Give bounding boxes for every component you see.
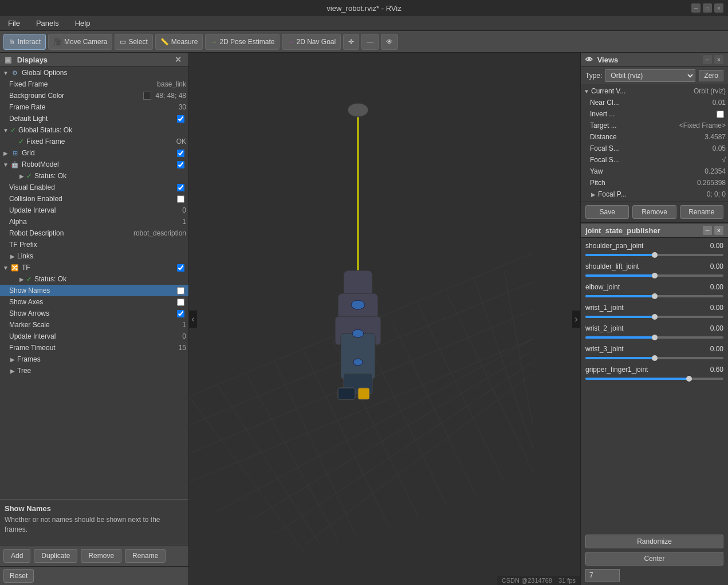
robot-status-row[interactable]: ▶ ✓ Status: Ok bbox=[0, 170, 188, 182]
links-row[interactable]: ▶ Links bbox=[0, 250, 188, 262]
alpha-row[interactable]: Alpha 1 bbox=[0, 216, 188, 227]
update-interval-row[interactable]: Update Interval 0 bbox=[0, 205, 188, 216]
viewport[interactable]: ‹ › bbox=[189, 53, 580, 585]
tf-checkbox[interactable] bbox=[177, 264, 184, 272]
pose-estimate-button[interactable]: → 2D Pose Estimate bbox=[205, 34, 280, 50]
grid-row[interactable]: ▶ ⊞ Grid bbox=[0, 147, 188, 159]
focal-s1-row[interactable]: Focal S... 0.05 bbox=[581, 143, 728, 154]
show-axes-row[interactable]: Show Axes bbox=[0, 296, 188, 308]
current-view-row[interactable]: ▼ Current V... Orbit (rviz) bbox=[581, 85, 728, 97]
menu-panels[interactable]: Panels bbox=[33, 18, 62, 29]
randomize-button[interactable]: Randomize bbox=[585, 535, 723, 548]
tf-row[interactable]: ▼ 🔀 TF bbox=[0, 262, 188, 273]
default-light-row[interactable]: Default Light bbox=[0, 113, 188, 124]
target-row[interactable]: Target ... <Fixed Frame> bbox=[581, 120, 728, 131]
global-status-fixed-frame-row[interactable]: ✓ Fixed Frame OK bbox=[0, 136, 188, 147]
joint-slider-container-0[interactable] bbox=[585, 251, 723, 259]
viewport-arrow-left[interactable]: ‹ bbox=[189, 311, 197, 328]
tf-status-row[interactable]: ▶ ✓ Status: Ok bbox=[0, 273, 188, 285]
distance-row[interactable]: Distance 3.4587 bbox=[581, 131, 728, 143]
center-button[interactable]: Center bbox=[585, 552, 723, 566]
show-arrows-checkbox[interactable] bbox=[177, 310, 184, 317]
fixed-frame-row[interactable]: Fixed Frame base_link bbox=[0, 78, 188, 90]
focal-p-expand[interactable]: ▶ bbox=[590, 191, 597, 198]
joint-slider-container-5[interactable] bbox=[585, 354, 723, 362]
grid-expand[interactable]: ▶ bbox=[2, 150, 9, 156]
move-camera-button[interactable]: 🎥 Move Camera bbox=[48, 34, 112, 50]
joint-slider-container-3[interactable] bbox=[585, 313, 723, 321]
tf-status-expand[interactable]: ▶ bbox=[18, 276, 25, 282]
robot-model-row[interactable]: ▼ 🤖 RobotModel bbox=[0, 159, 188, 170]
views-close-button[interactable]: × bbox=[714, 55, 723, 64]
interact-button[interactable]: 🖱 Interact bbox=[3, 34, 46, 50]
tf-prefix-row[interactable]: TF Prefix bbox=[0, 239, 188, 250]
joint-slider-thumb-1[interactable] bbox=[652, 273, 658, 278]
maximize-button[interactable]: □ bbox=[703, 3, 712, 13]
joint-slider-thumb-2[interactable] bbox=[652, 293, 658, 299]
joint-slider-thumb-0[interactable] bbox=[652, 252, 658, 258]
grid-checkbox[interactable] bbox=[177, 150, 184, 157]
links-expand[interactable]: ▶ bbox=[9, 253, 16, 260]
invert-checkbox[interactable] bbox=[717, 111, 724, 118]
joint-slider-thumb-3[interactable] bbox=[652, 314, 658, 320]
robot-model-expand[interactable]: ▼ bbox=[2, 161, 9, 168]
reset-button[interactable]: Reset bbox=[3, 569, 34, 583]
show-names-row[interactable]: Show Names bbox=[0, 285, 188, 296]
yaw-row[interactable]: Yaw 0.2354 bbox=[581, 166, 728, 177]
duplicate-button[interactable]: Duplicate bbox=[34, 549, 77, 563]
views-save-button[interactable]: Save bbox=[585, 205, 629, 219]
select-button[interactable]: ▭ Select bbox=[115, 34, 152, 50]
joint-slider-container-4[interactable] bbox=[585, 333, 723, 341]
frames-expand[interactable]: ▶ bbox=[9, 356, 16, 363]
marker-scale-row[interactable]: Marker Scale 1 bbox=[0, 319, 188, 331]
views-minimize-button[interactable]: ─ bbox=[703, 55, 712, 64]
tree-expand[interactable]: ▶ bbox=[9, 367, 16, 374]
tree-row[interactable]: ▶ Tree bbox=[0, 365, 188, 376]
add-button[interactable]: Add bbox=[3, 549, 30, 563]
minimize-button[interactable]: ─ bbox=[691, 3, 701, 13]
global-options-row[interactable]: ▼ ⚙ Global Options bbox=[0, 67, 188, 78]
visual-enabled-row[interactable]: Visual Enabled bbox=[0, 182, 188, 193]
publish-point-button[interactable]: ✛ bbox=[343, 34, 359, 50]
joint-slider-thumb-5[interactable] bbox=[652, 355, 658, 361]
default-light-checkbox[interactable] bbox=[177, 115, 184, 123]
rename-button[interactable]: Rename bbox=[125, 549, 166, 563]
collision-enabled-row[interactable]: Collision Enabled bbox=[0, 193, 188, 205]
camera-button[interactable]: 👁 bbox=[381, 34, 398, 50]
global-options-expand[interactable]: ▼ bbox=[2, 69, 9, 76]
joint-close-button[interactable]: × bbox=[714, 226, 723, 235]
robot-status-expand[interactable]: ▶ bbox=[18, 172, 25, 179]
focal-s2-row[interactable]: Focal S... √ bbox=[581, 154, 728, 166]
joint-minimize-button[interactable]: ─ bbox=[703, 226, 712, 235]
menu-file[interactable]: File bbox=[5, 18, 23, 29]
frame-rate-row[interactable]: Frame Rate 30 bbox=[0, 101, 188, 113]
background-color-swatch[interactable] bbox=[143, 92, 151, 100]
robot-model-checkbox[interactable] bbox=[177, 161, 184, 168]
frame-timeout-row[interactable]: Frame Timeout 15 bbox=[0, 342, 188, 354]
robot-desc-row[interactable]: Robot Description robot_description bbox=[0, 227, 188, 239]
joint-slider-container-6[interactable] bbox=[585, 375, 723, 383]
show-arrows-row[interactable]: Show Arrows bbox=[0, 308, 188, 319]
visual-enabled-checkbox[interactable] bbox=[177, 184, 184, 191]
joint-slider-thumb-6[interactable] bbox=[686, 376, 692, 382]
current-view-expand[interactable]: ▼ bbox=[583, 88, 590, 95]
close-button[interactable]: × bbox=[714, 3, 723, 13]
show-axes-checkbox[interactable] bbox=[177, 299, 184, 306]
global-status-expand[interactable]: ▼ bbox=[2, 127, 9, 134]
pitch-row[interactable]: Pitch 0.265398 bbox=[581, 177, 728, 189]
invert-row[interactable]: Invert ... bbox=[581, 108, 728, 120]
near-clip-row[interactable]: Near Cl... 0.01 bbox=[581, 97, 728, 108]
global-status-row[interactable]: ▼ ✓ Global Status: Ok bbox=[0, 124, 188, 136]
remove-button[interactable]: Remove bbox=[81, 549, 121, 563]
background-color-row[interactable]: Background Color 48; 48; 48 bbox=[0, 90, 188, 101]
tf-update-interval-row[interactable]: Update Interval 0 bbox=[0, 331, 188, 342]
view-type-select[interactable]: Orbit (rviz) bbox=[605, 69, 695, 82]
views-rename-button[interactable]: Rename bbox=[680, 205, 723, 219]
joint-input[interactable] bbox=[585, 569, 620, 582]
displays-close-button[interactable]: ✕ bbox=[172, 55, 184, 64]
view-zero-button[interactable]: Zero bbox=[699, 70, 723, 81]
viewport-arrow-right[interactable]: › bbox=[572, 311, 580, 328]
nav-goal-button[interactable]: → 2D Nav Goal bbox=[282, 34, 341, 50]
collision-enabled-checkbox[interactable] bbox=[177, 195, 184, 203]
frames-row[interactable]: ▶ Frames bbox=[0, 354, 188, 365]
